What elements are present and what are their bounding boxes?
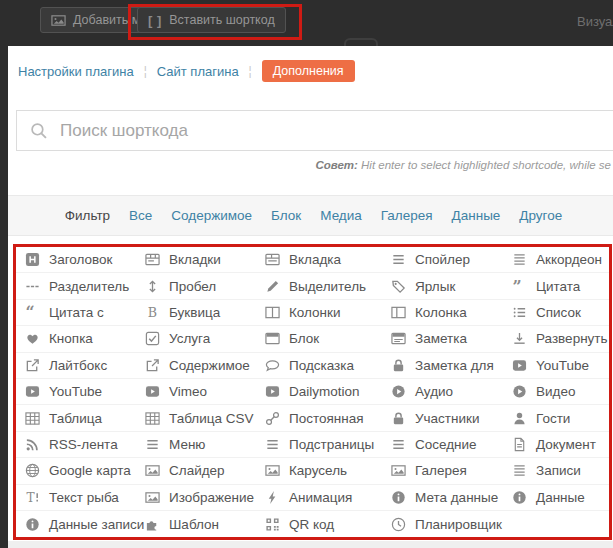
shortcode-item[interactable]: Кнопка	[25, 331, 145, 346]
shortcode-item[interactable]: Документ	[512, 437, 596, 452]
filter-option-5[interactable]: Данные	[452, 208, 501, 223]
play-box-icon	[25, 384, 40, 399]
shortcode-item[interactable]: Данные записи	[25, 517, 145, 532]
filter-options: ВсеСодержимоеБлокМедиаГалереяДанныеДруго…	[129, 208, 562, 223]
editor-topbar: Добавить медиафайл [ ] Вставить шорткод …	[0, 0, 613, 46]
filter-option-1[interactable]: Содержимое	[171, 208, 252, 223]
shortcode-item[interactable]: QR код	[265, 517, 391, 532]
shortcode-item[interactable]: Dailymotion	[265, 384, 391, 399]
addons-button[interactable]: Дополнения	[262, 60, 355, 82]
shortcode-item[interactable]: Слайдер	[145, 463, 265, 478]
insert-shortcode-button[interactable]: [ ] Вставить шорткод	[137, 7, 286, 33]
tab-visual[interactable]: Визуал	[577, 14, 613, 29]
shortcode-item[interactable]: Буквица	[145, 305, 265, 320]
shortcode-item[interactable]: Анимация	[265, 490, 391, 505]
shortcode-item[interactable]: Блок	[265, 331, 391, 346]
shortcode-item[interactable]: Подсказка	[265, 358, 391, 373]
play-circle-icon	[391, 384, 406, 399]
shortcode-item[interactable]: Вкладка	[265, 252, 391, 267]
filter-option-0[interactable]: Все	[129, 208, 152, 223]
shortcode-item[interactable]: Пробел	[145, 279, 265, 294]
plugin-links-row: Настройки плагина¦Сайт плагина¦Дополнени…	[18, 59, 355, 83]
globe-icon	[25, 463, 40, 478]
shortcode-item[interactable]: Содержимое	[145, 358, 265, 373]
shortcode-item[interactable]: Список	[512, 305, 581, 320]
shortcode-item[interactable]: Разделитель	[25, 279, 145, 294]
shortcode-item-label: Ярлык	[415, 279, 455, 294]
shortcode-item[interactable]: Заметка для	[391, 358, 512, 373]
shortcode-item[interactable]: Видео	[512, 384, 575, 399]
search-input[interactable]	[58, 120, 613, 142]
shortcode-item[interactable]: RSS-лента	[25, 437, 145, 452]
shortcode-item[interactable]: Колонки	[265, 305, 391, 320]
shortcode-item[interactable]: Гости	[512, 411, 570, 426]
shortcode-item-label: Документ	[536, 437, 596, 452]
filter-option-3[interactable]: Медиа	[320, 208, 362, 223]
shortcode-item[interactable]: Шаблон	[145, 517, 265, 532]
shortcode-item[interactable]: Выделитель	[265, 279, 391, 294]
shortcode-item[interactable]: Аккордеон	[512, 252, 602, 267]
shortcode-item[interactable]: Google карта	[25, 463, 145, 478]
shortcode-item-label: Услуга	[169, 331, 210, 346]
shortcode-picker-modal: Настройки плагина¦Сайт плагина¦Дополнени…	[8, 46, 613, 548]
shortcode-item[interactable]: Таблица CSV	[145, 411, 265, 426]
spacer-icon	[145, 279, 160, 294]
plugin-site-link[interactable]: Сайт плагина	[157, 64, 239, 79]
shortcode-item-label: Колонка	[415, 305, 467, 320]
shortcode-item-label: YouTube	[49, 384, 102, 399]
shortcode-item[interactable]: Галерея	[391, 463, 512, 478]
lines4-icon	[512, 463, 527, 478]
shortcode-item-label: Vimeo	[169, 384, 207, 399]
shortcode-item[interactable]: Заголовок	[25, 252, 145, 267]
shortcode-item[interactable]: Текст рыба	[25, 490, 145, 505]
note-icon	[391, 331, 406, 346]
shortcode-item-label: Развернуть	[536, 331, 608, 346]
tip-body: Hit enter to select highlighted shortcod…	[358, 159, 611, 171]
filter-option-2[interactable]: Блок	[271, 208, 301, 223]
shortcode-item-label: Выделитель	[289, 279, 366, 294]
shortcode-item[interactable]: YouTube	[25, 384, 145, 399]
shortcode-item[interactable]: Аудио	[391, 384, 512, 399]
filter-option-4[interactable]: Галерея	[381, 208, 433, 223]
shortcode-item[interactable]: Записи	[512, 463, 581, 478]
shortcode-item[interactable]: Мета данные	[391, 490, 512, 505]
shortcode-item[interactable]: Таблица	[25, 411, 145, 426]
shortcode-item[interactable]: Постоянная	[265, 411, 391, 426]
bolt-icon	[265, 490, 280, 505]
shortcode-item[interactable]: Развернуть	[512, 331, 608, 346]
picture-icon	[391, 463, 406, 478]
shortcode-item[interactable]: Вкладки	[145, 252, 265, 267]
shortcode-item[interactable]: Заметка	[391, 331, 512, 346]
shortcode-item[interactable]: Изображение	[145, 490, 265, 505]
shortcode-item[interactable]: Vimeo	[145, 384, 265, 399]
shortcode-item[interactable]: Меню	[145, 437, 265, 452]
shortcode-item[interactable]: Соседние	[391, 437, 512, 452]
quote-close-icon	[512, 279, 527, 294]
shortcode-item[interactable]: Спойлер	[391, 252, 512, 267]
shortcode-item[interactable]: Цитата с	[25, 305, 145, 320]
shortcode-item[interactable]: Услуга	[145, 331, 265, 346]
shortcode-item[interactable]: Колонка	[391, 305, 512, 320]
doc-icon	[512, 437, 527, 452]
shortcode-item[interactable]: YouTube	[512, 358, 589, 373]
shortcode-item-label: Спойлер	[415, 252, 470, 267]
text-t-icon	[25, 490, 40, 505]
shortcode-item-label: Текст рыба	[49, 490, 119, 505]
bullet-list-icon	[512, 305, 527, 320]
shortcode-item-label: Подсказка	[289, 358, 354, 373]
shortcode-item-label: YouTube	[536, 358, 589, 373]
shortcode-item[interactable]: Цитата	[512, 279, 580, 294]
filter-option-6[interactable]: Другое	[519, 208, 562, 223]
dim-background-strip	[0, 46, 8, 548]
shortcode-item[interactable]: Участники	[391, 411, 512, 426]
plugin-settings-link[interactable]: Настройки плагина	[18, 64, 134, 79]
lines4-icon	[512, 252, 527, 267]
shortcode-item[interactable]: Планировщик	[391, 517, 512, 532]
shortcode-item[interactable]: Ярлык	[391, 279, 512, 294]
shortcode-item[interactable]: Подстраницы	[265, 437, 391, 452]
check-square-icon	[145, 331, 160, 346]
quote-open-icon	[25, 305, 40, 320]
shortcode-item[interactable]: Данные	[512, 490, 585, 505]
shortcode-item[interactable]: Лайтбокс	[25, 358, 145, 373]
shortcode-item[interactable]: Карусель	[265, 463, 391, 478]
